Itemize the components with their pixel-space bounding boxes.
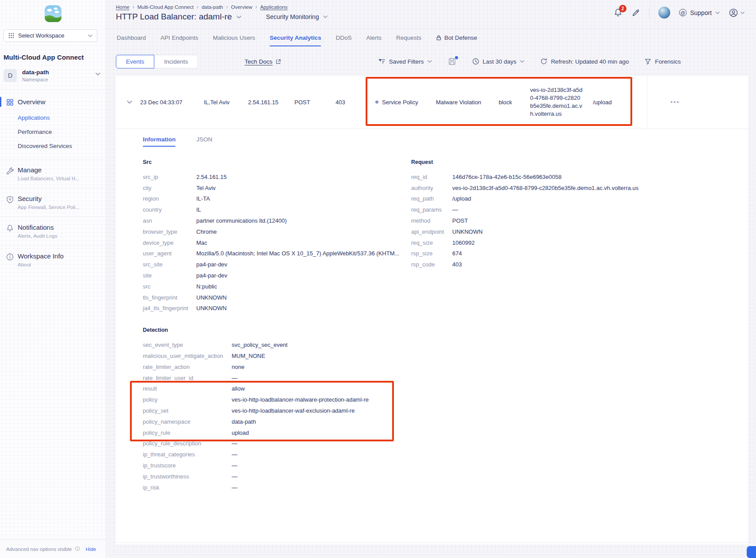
security-label: Security bbox=[18, 195, 106, 202]
tab-dashboard[interactable]: Dashboard bbox=[117, 34, 146, 46]
expand-chevron-icon[interactable] bbox=[127, 100, 132, 104]
incidents-toggle-button[interactable]: Incidents bbox=[154, 55, 198, 68]
chat-widget[interactable] bbox=[747, 546, 756, 558]
field-value: — bbox=[232, 375, 237, 381]
field-key: rsp_size bbox=[411, 250, 452, 257]
field-row: policy_rule_description — bbox=[143, 438, 748, 449]
breadcrumb-namespace[interactable]: data-path bbox=[202, 4, 223, 10]
event-row[interactable]: 23 Dec 04:33:07 IL,Tel Aviv 2.54.161.15 … bbox=[115, 76, 748, 129]
field-row: policy_namespace data-path bbox=[143, 416, 748, 427]
field-value: none bbox=[232, 364, 244, 370]
field-key: req_id bbox=[411, 174, 452, 180]
info-icon[interactable]: ⓘ bbox=[75, 546, 80, 552]
monitoring-dropdown[interactable]: Security Monitoring bbox=[266, 13, 328, 20]
sidebar-item-manage[interactable]: Manage Load Balancers, Virtual H... bbox=[0, 159, 106, 188]
field-row: ip_trustscore — bbox=[143, 460, 748, 471]
field-value: — bbox=[232, 451, 237, 458]
forensics-label: Forensics bbox=[655, 58, 681, 65]
events-incidents-toggle: Events Incidents bbox=[116, 55, 198, 68]
field-key: src_ip bbox=[143, 174, 196, 180]
saved-filters-dropdown[interactable]: Saved Filters bbox=[378, 58, 432, 65]
select-workspace-button[interactable]: Select Workspace bbox=[4, 29, 97, 42]
event-type: Service Policy bbox=[375, 99, 418, 106]
workspace-info-sublabel: About bbox=[18, 262, 106, 267]
pen-button[interactable] bbox=[631, 8, 640, 17]
field-value: upload bbox=[232, 429, 249, 436]
chevron-down-icon[interactable] bbox=[237, 15, 241, 19]
request-section: Request req_id 146d76ce-178a-42e6-b15c-5… bbox=[411, 159, 748, 314]
tab-information[interactable]: Information bbox=[143, 136, 176, 147]
app-logo bbox=[45, 5, 61, 22]
tab-alerts[interactable]: Alerts bbox=[366, 34, 382, 46]
workspace-title: Multi-Cloud App Connect bbox=[4, 53, 102, 61]
field-key: user_agent bbox=[143, 250, 196, 257]
sidebar-item-workspace-info[interactable]: Workspace Info About bbox=[0, 245, 106, 274]
field-row: asn partner communications ltd.(12400) bbox=[143, 215, 411, 226]
user-menu[interactable] bbox=[729, 8, 745, 18]
tech-docs-link[interactable]: Tech Docs bbox=[244, 58, 281, 65]
field-value: /upload bbox=[452, 195, 471, 202]
field-value: UNKNOWN bbox=[196, 294, 227, 301]
tab-ddos[interactable]: DDoS bbox=[336, 34, 351, 46]
refresh-button[interactable]: Refresh: Updated 40 min ago bbox=[540, 58, 629, 65]
active-indicator bbox=[0, 97, 1, 107]
save-filter-button[interactable] bbox=[448, 57, 456, 66]
field-value: ves-io-http-loadbalancer-waf-exclusion-a… bbox=[232, 407, 355, 414]
row-more-menu-icon[interactable] bbox=[671, 101, 679, 103]
tab-security-analytics[interactable]: Security Analytics bbox=[270, 34, 321, 46]
sidebar-item-notifications[interactable]: Notifications Alerts, Audit Logs bbox=[0, 216, 106, 245]
event-type-label: Service Policy bbox=[382, 99, 418, 106]
refresh-icon bbox=[540, 58, 547, 65]
namespace-selector[interactable]: D data-path Namespace bbox=[4, 69, 102, 82]
field-value: UNKNOWN bbox=[452, 228, 483, 235]
field-row: src_ip 2.54.161.15 bbox=[143, 171, 411, 182]
breadcrumb-home[interactable]: Home bbox=[116, 4, 130, 10]
chevron-right-icon: › bbox=[226, 4, 228, 10]
tab-requests[interactable]: Requests bbox=[396, 34, 421, 46]
tab-bot-defense[interactable]: Bot Defense bbox=[436, 34, 477, 46]
bell-icon bbox=[6, 224, 14, 232]
time-range-label: Last 30 days bbox=[483, 58, 517, 65]
event-timestamp: 23 Dec 04:33:07 bbox=[140, 99, 182, 106]
breadcrumb-workspace[interactable]: Multi-Cloud App Connect bbox=[137, 4, 194, 10]
breadcrumb-applications[interactable]: Applications bbox=[260, 4, 287, 10]
breadcrumb-overview[interactable]: Overview bbox=[231, 4, 252, 10]
funnel-icon bbox=[645, 58, 651, 65]
field-key: authority bbox=[411, 185, 452, 191]
sidebar-item-performance[interactable]: Performance bbox=[0, 129, 106, 135]
sidebar-item-security[interactable]: Security App Firewall, Service Poli... bbox=[0, 188, 106, 216]
field-value: pa4-par-dev bbox=[196, 272, 227, 279]
src-section: Src src_ip 2.54.161.15 city Tel Aviv reg… bbox=[143, 159, 411, 314]
field-key: policy_set bbox=[143, 407, 232, 414]
time-range-dropdown[interactable]: Last 30 days bbox=[472, 58, 525, 65]
event-violation: Malware Violation bbox=[436, 99, 481, 106]
sidebar-item-discovered-services[interactable]: Discovered Services bbox=[0, 143, 106, 149]
page-title: HTTP Load Balancer: adaml-re bbox=[116, 12, 232, 22]
support-menu[interactable]: @ Support bbox=[679, 9, 720, 16]
field-value: 2.54.161.15 bbox=[196, 174, 227, 180]
tab-bar: Dashboard API Endpoints Malicious Users … bbox=[117, 34, 477, 46]
tab-malicious-users[interactable]: Malicious Users bbox=[213, 34, 255, 46]
sidebar-item-applications[interactable]: Applications bbox=[0, 114, 106, 121]
field-row: rsp_code 403 bbox=[411, 259, 748, 270]
field-key: ip_trustworthiness bbox=[143, 473, 232, 480]
field-key: src bbox=[143, 283, 196, 290]
hide-link[interactable]: Hide bbox=[86, 547, 96, 552]
sidebar-item-overview[interactable]: Overview bbox=[0, 96, 106, 107]
field-row: tls_fingerprint UNKNOWN bbox=[143, 292, 411, 303]
forensics-button[interactable]: Forensics bbox=[645, 58, 681, 65]
notifications-label: Notifications bbox=[18, 224, 106, 231]
tech-docs-label: Tech Docs bbox=[244, 58, 272, 65]
field-value: — bbox=[232, 462, 237, 469]
events-toggle-button[interactable]: Events bbox=[116, 55, 154, 68]
tenant-avatar[interactable] bbox=[658, 7, 670, 19]
field-key: country bbox=[143, 206, 196, 213]
field-row: policy_rule upload bbox=[143, 427, 748, 438]
field-key: site bbox=[143, 272, 196, 279]
tab-bot-defense-label: Bot Defense bbox=[444, 34, 477, 41]
field-row: src N:public bbox=[143, 281, 411, 292]
tab-json[interactable]: JSON bbox=[196, 136, 212, 147]
tab-api-endpoints[interactable]: API Endpoints bbox=[160, 34, 199, 46]
field-row: ip_threat_categories — bbox=[143, 449, 748, 460]
notifications-bell-button[interactable]: 2 bbox=[614, 8, 622, 17]
